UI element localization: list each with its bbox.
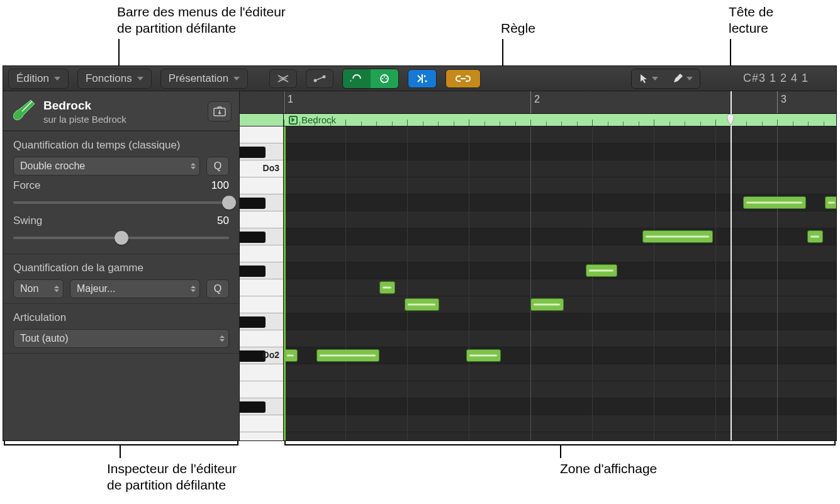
svg-point-8 bbox=[384, 76, 385, 77]
playhead-line[interactable] bbox=[731, 91, 732, 440]
svg-point-6 bbox=[382, 78, 383, 79]
svg-point-5 bbox=[381, 75, 388, 82]
svg-line-3 bbox=[316, 77, 323, 80]
articulation-select[interactable]: Tout (auto) bbox=[13, 329, 229, 348]
svg-text:›: › bbox=[350, 78, 352, 84]
midi-note[interactable] bbox=[284, 349, 298, 362]
inspector-panel: Bedrock sur la piste Bedrock Quantificat… bbox=[3, 91, 240, 440]
region-track-subtitle: sur la piste Bedrock bbox=[43, 114, 126, 125]
key-label: Do2 bbox=[263, 350, 279, 360]
menu-functions-label: Fonctions bbox=[86, 72, 132, 85]
svg-point-7 bbox=[386, 78, 387, 79]
midi-out-button[interactable] bbox=[371, 69, 398, 88]
piano-roll-editor-window: Édition Fonctions Présentation bbox=[3, 65, 837, 441]
chevron-down-icon bbox=[233, 77, 240, 81]
midi-in-out-segment: › bbox=[342, 69, 399, 89]
articulation-value: Tout (auto) bbox=[20, 333, 68, 344]
midi-note[interactable] bbox=[807, 230, 823, 243]
svg-point-10 bbox=[424, 75, 426, 77]
midi-note[interactable] bbox=[530, 298, 564, 311]
quantize-apply-button[interactable]: Q bbox=[206, 157, 229, 176]
midi-note[interactable] bbox=[825, 196, 836, 209]
midi-note[interactable] bbox=[379, 281, 395, 294]
swing-label: Swing bbox=[13, 215, 42, 227]
midi-out-icon bbox=[378, 73, 391, 84]
menu-presentation[interactable]: Présentation bbox=[160, 69, 248, 89]
force-value: 100 bbox=[211, 179, 229, 192]
force-slider[interactable] bbox=[13, 194, 229, 211]
pointer-tool-button[interactable] bbox=[632, 69, 666, 88]
menu-functions[interactable]: Fonctions bbox=[77, 69, 152, 89]
midi-note[interactable] bbox=[405, 298, 439, 311]
catch-icon bbox=[416, 73, 428, 84]
ruler-bar-number: 1 bbox=[288, 94, 293, 105]
snapshot-icon bbox=[213, 106, 226, 116]
editor-main-area: Bedrock sur la piste Bedrock Quantificat… bbox=[3, 91, 836, 440]
scale-quantize-label: Quantification de la gamme bbox=[13, 262, 229, 274]
position-readout: C#3 1 2 4 1 bbox=[743, 72, 831, 85]
q-label: Q bbox=[214, 160, 221, 172]
force-label: Force bbox=[13, 179, 40, 192]
playhead-marker[interactable] bbox=[725, 114, 736, 125]
callout-menubar: Barre des menus de l'éditeur de partitio… bbox=[117, 4, 286, 37]
time-quantize-select[interactable]: Double croche bbox=[13, 157, 200, 176]
midi-in-button[interactable]: › bbox=[343, 69, 371, 88]
ruler-bar-number: 2 bbox=[534, 94, 540, 105]
force-slider-thumb[interactable] bbox=[222, 196, 236, 210]
key-label: Do3 bbox=[263, 163, 279, 173]
midi-note[interactable] bbox=[586, 264, 617, 277]
menu-edit-label: Édition bbox=[16, 72, 49, 85]
automation-curve-button[interactable] bbox=[306, 69, 333, 88]
automation-icon bbox=[313, 74, 327, 83]
snapshot-button[interactable] bbox=[208, 101, 232, 121]
note-grid-area[interactable]: 123 Bedrock bbox=[284, 91, 836, 440]
chevron-down-icon bbox=[137, 77, 143, 81]
catch-playhead-button[interactable] bbox=[408, 69, 437, 88]
pencil-tool-button[interactable] bbox=[666, 69, 700, 88]
piano-keyboard[interactable]: Do3Do2 bbox=[240, 91, 284, 440]
scale-enabled-value: Non bbox=[20, 283, 38, 294]
editor-menubar: Édition Fonctions Présentation bbox=[3, 66, 836, 91]
callout-inspector: Inspecteur de l'éditeur de partition déf… bbox=[107, 461, 237, 494]
chevron-down-icon bbox=[686, 77, 693, 81]
region-header[interactable]: Bedrock bbox=[284, 114, 836, 126]
swing-value: 50 bbox=[217, 215, 229, 227]
callout-playhead: Tête de lecture bbox=[729, 4, 773, 37]
callout-line bbox=[560, 444, 561, 458]
link-icon bbox=[455, 74, 471, 84]
scale-enabled-select[interactable]: Non bbox=[13, 279, 64, 298]
swing-slider-thumb[interactable] bbox=[115, 231, 128, 245]
callout-display-area: Zone d'affichage bbox=[560, 461, 657, 477]
menu-edit[interactable]: Édition bbox=[8, 69, 69, 89]
swing-slider[interactable] bbox=[13, 230, 229, 246]
collapse-icon bbox=[277, 74, 289, 83]
scale-type-value: Majeur... bbox=[77, 283, 115, 294]
midi-note[interactable] bbox=[466, 349, 501, 362]
time-quantize-value: Double croche bbox=[20, 160, 85, 172]
callout-line bbox=[120, 444, 121, 458]
link-button[interactable] bbox=[445, 69, 481, 88]
time-ruler[interactable]: 123 bbox=[284, 91, 836, 114]
region-name: Bedrock bbox=[43, 99, 126, 113]
midi-note[interactable] bbox=[743, 196, 806, 209]
articulation-label: Articulation bbox=[13, 311, 229, 324]
inspector-bracket bbox=[4, 444, 238, 445]
menu-presentation-label: Présentation bbox=[169, 72, 228, 85]
ruler-bar-number: 3 bbox=[781, 94, 787, 105]
region-start-edge bbox=[284, 126, 286, 440]
callout-ruler: Règle bbox=[501, 20, 535, 36]
scale-quantize-apply-button[interactable]: Q bbox=[206, 279, 229, 298]
midi-note[interactable] bbox=[316, 349, 379, 362]
collapse-view-button[interactable] bbox=[269, 69, 297, 88]
midi-in-icon: › bbox=[350, 73, 364, 84]
midi-note[interactable] bbox=[642, 230, 713, 243]
time-quantize-label: Quantification du temps (classique) bbox=[13, 139, 229, 152]
pointer-icon bbox=[639, 74, 648, 84]
svg-point-11 bbox=[425, 80, 427, 82]
pencil-icon bbox=[673, 74, 683, 84]
piano-roll-grid[interactable] bbox=[284, 126, 836, 440]
chevron-down-icon bbox=[652, 77, 658, 81]
instrument-icon bbox=[9, 98, 37, 125]
scale-type-select[interactable]: Majeur... bbox=[70, 279, 200, 298]
q-label-2: Q bbox=[214, 283, 221, 294]
